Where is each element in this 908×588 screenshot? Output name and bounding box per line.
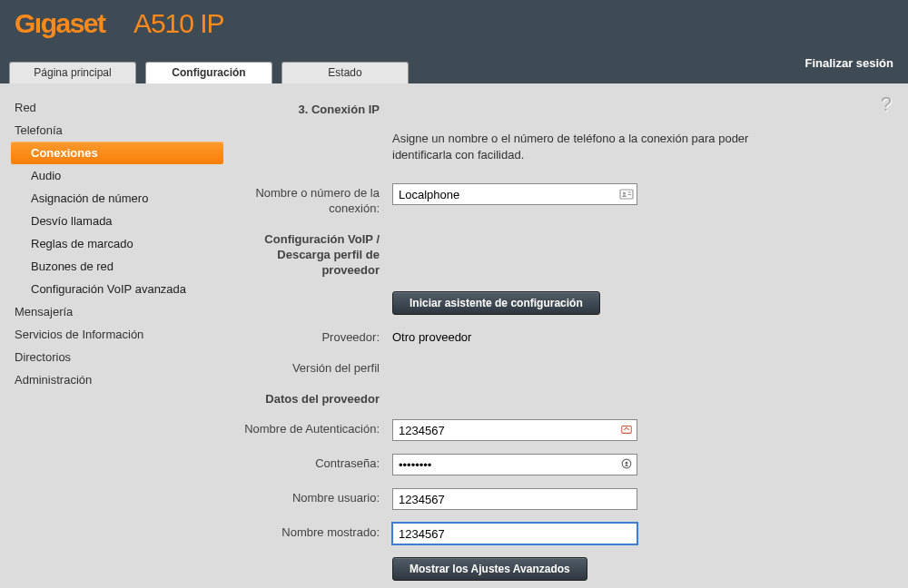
display-name-input[interactable] xyxy=(392,523,637,544)
sidebar-item-voip-avanzada[interactable]: Configuración VoIP avanzada xyxy=(11,278,229,300)
tab-bar: Página principal Configuración Estado Fi… xyxy=(0,47,908,83)
display-name-label: Nombre mostrado: xyxy=(229,523,392,544)
section-title: 3. Conexión IP xyxy=(229,100,392,118)
start-wizard-button[interactable]: Iniciar asistente de configuración xyxy=(392,291,600,315)
profile-version-label: Versión del perfil xyxy=(229,358,392,377)
brand-model: A510 IP xyxy=(133,8,224,38)
sidebar-item-audio[interactable]: Audio xyxy=(11,164,229,187)
username-input[interactable] xyxy=(392,488,637,510)
page-body: ? Red Telefonía Conexiones Audio Asignac… xyxy=(0,83,908,588)
provider-value: Otro proveedor xyxy=(392,328,897,346)
conn-name-input[interactable] xyxy=(392,183,637,205)
sidebar-item-mensajeria[interactable]: Mensajería xyxy=(11,300,229,323)
svg-point-1 xyxy=(623,192,626,195)
tab-status[interactable]: Estado xyxy=(281,62,409,83)
brand-logo: Gıgaset A510 IP xyxy=(15,8,224,39)
help-icon[interactable]: ? xyxy=(881,93,892,116)
tab-home[interactable]: Página principal xyxy=(9,62,136,83)
intro-text: Asigne un nombre o el número de teléfono… xyxy=(392,131,810,163)
provider-data-header: Datos del proveedor xyxy=(229,389,392,407)
sidebar-item-asignacion[interactable]: Asignación de número xyxy=(11,187,229,210)
conn-name-label: Nombre o número de la conexión: xyxy=(229,183,392,217)
username-label: Nombre usuario: xyxy=(229,488,392,510)
auth-name-input[interactable] xyxy=(392,419,637,441)
provider-label: Proveedor: xyxy=(229,328,392,346)
sidebar-item-reglas[interactable]: Reglas de marcado xyxy=(11,232,229,255)
lock-icon xyxy=(619,457,634,472)
tab-config[interactable]: Configuración xyxy=(145,62,272,83)
brand-name: Gıgaset xyxy=(15,8,105,38)
sidebar-item-telefonia[interactable]: Telefonía xyxy=(11,119,229,142)
sidebar-item-red[interactable]: Red xyxy=(11,96,229,119)
top-header: Gıgaset A510 IP xyxy=(0,0,908,47)
sidebar-item-directorios[interactable]: Directorios xyxy=(11,346,229,368)
sidebar-item-servicios-info[interactable]: Servicios de Información xyxy=(11,323,229,346)
svg-point-6 xyxy=(626,462,628,465)
sidebar-item-administracion[interactable]: Administración xyxy=(11,368,229,391)
password-label: Contraseña: xyxy=(229,454,392,475)
voip-download-label: Configuración VoIP / Descarga perfil de … xyxy=(229,230,392,279)
show-advanced-button[interactable]: Mostrar los Ajustes Avanzados xyxy=(392,557,587,581)
sidebar: Red Telefonía Conexiones Audio Asignació… xyxy=(11,96,229,588)
sidebar-item-buzones[interactable]: Buzones de red xyxy=(11,255,229,278)
contact-card-icon xyxy=(619,187,634,201)
key-icon xyxy=(619,423,634,437)
password-input[interactable] xyxy=(392,454,637,475)
main-content: 3. Conexión IP Asigne un nombre o el núm… xyxy=(229,96,897,588)
auth-name-label: Nombre de Autenticación: xyxy=(229,419,392,441)
sidebar-item-desvio[interactable]: Desvío llamada xyxy=(11,210,229,232)
sidebar-item-conexiones[interactable]: Conexiones xyxy=(11,142,223,164)
logout-link[interactable]: Finalizar sesión xyxy=(804,56,893,70)
